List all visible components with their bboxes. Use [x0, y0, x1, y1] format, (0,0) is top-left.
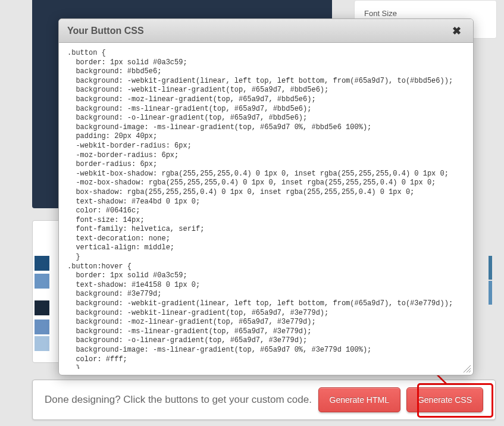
color-swatch[interactable] [35, 336, 49, 351]
modal-title: Your Button CSS [67, 26, 144, 36]
color-swatch[interactable] [35, 320, 49, 334]
generate-css-button[interactable]: Generate CSS [406, 387, 483, 412]
css-code-textarea[interactable] [67, 49, 467, 369]
generate-html-button[interactable]: Generate HTML [318, 387, 400, 412]
font-size-label: Font Size [364, 9, 397, 18]
color-swatch[interactable] [35, 274, 49, 289]
bottom-bar: Done designing? Click the buttons to get… [32, 380, 496, 420]
color-swatch[interactable] [489, 256, 492, 280]
css-output-modal: Your Button CSS ✖ [58, 18, 474, 375]
color-swatch[interactable] [489, 281, 492, 305]
color-swatch[interactable] [35, 300, 49, 315]
close-icon[interactable]: ✖ [449, 23, 465, 39]
modal-body [59, 43, 473, 375]
modal-header[interactable]: Your Button CSS ✖ [59, 19, 473, 43]
color-swatch[interactable] [35, 256, 49, 271]
bottom-prompt-text: Done designing? Click the buttons to get… [45, 394, 312, 406]
